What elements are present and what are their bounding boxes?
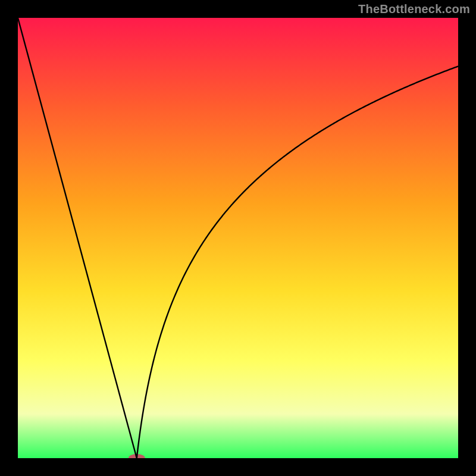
watermark-text: TheBottleneck.com: [358, 2, 470, 16]
bottleneck-chart: [18, 18, 458, 458]
chart-frame: TheBottleneck.com: [0, 0, 476, 476]
gradient-background: [18, 18, 458, 458]
